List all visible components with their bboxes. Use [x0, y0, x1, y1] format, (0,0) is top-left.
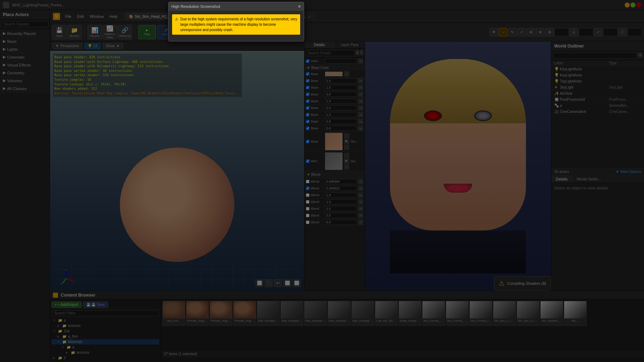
modal-close-button[interactable]: × — [298, 4, 301, 9]
modal-dialog: High Resolution Screenshot × ⚠ Due to th… — [168, 2, 304, 41]
modal-warning-text: Due to the high system requirements of a… — [180, 16, 297, 33]
modal-title: High Resolution Screenshot — [171, 4, 220, 9]
modal-warning: ⚠ Due to the high system requirements of… — [172, 14, 300, 35]
modal-header: High Resolution Screenshot × — [169, 2, 304, 11]
warning-triangle-icon: ⚠ — [175, 16, 178, 22]
modal-overlay: High Resolution Screenshot × ⚠ Due to th… — [0, 0, 644, 362]
modal-body: ⚠ Due to the high system requirements of… — [169, 11, 304, 41]
